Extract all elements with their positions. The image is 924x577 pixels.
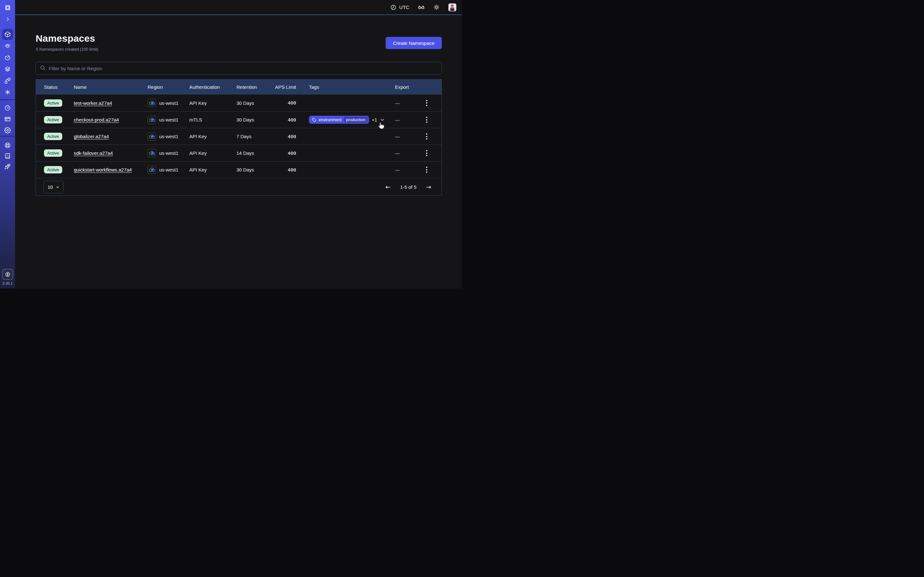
filter-search-box [36,62,442,75]
column-header-retention: Retention [236,84,272,90]
table-body: Active test-worker.a27a4 us-west1 API Ke… [36,95,441,178]
export-cell: — [395,117,415,122]
retention-cell: 30 Days [236,100,272,106]
column-header-tags: Tags [296,84,395,90]
sidebar-item-asterisk-icon[interactable] [2,87,13,97]
table-row: Active test-worker.a27a4 us-west1 API Ke… [36,95,441,111]
clock-icon [390,4,397,11]
tags-cell: environmentproduction+1 [296,116,395,124]
column-header-name: Name [74,84,148,90]
sidebar-item-gear-icon[interactable] [2,125,13,135]
status-badge: Active [44,149,62,157]
google-cloud-icon [148,99,156,107]
timezone-label: UTC [399,5,409,10]
namespace-link[interactable]: sdk-failover.a27a4 [74,150,113,156]
app-window: 2.35.1 UTC Namespaces 5 Namespaces creat… [0,0,462,288]
export-cell: — [395,100,415,106]
sidebar-divider [0,99,15,100]
sidebar-item-lifebuoy-icon[interactable] [2,140,13,151]
page-size-select[interactable]: 10 [44,181,63,193]
page-title: Namespaces [36,33,95,44]
aps-limit-cell: 400 [272,117,296,122]
filter-search-input[interactable] [49,66,438,71]
table-row: Active sdk-failover.a27a4 us-west1 API K… [36,145,441,161]
column-header-status: Status [44,84,74,90]
google-cloud-icon [148,132,156,141]
glasses-icon [418,4,425,11]
row-actions-kebab[interactable] [424,115,429,125]
labs-glasses-button[interactable] [418,4,425,11]
status-badge: Active [44,99,62,107]
sidebar-item-timer-icon[interactable] [2,52,13,63]
table-row: Active quickstart-workflows.a27a4 us-wes… [36,161,441,178]
sidebar-expand-chevron-icon[interactable] [2,14,13,25]
page-size-value: 10 [47,184,53,190]
region-label: us-west1 [159,117,178,122]
seal-dollar-icon[interactable] [2,269,13,280]
table-row: Active globalizer.a27a4 us-west1 API Key… [36,128,441,145]
export-cell: — [395,134,415,139]
region-cell: us-west1 [148,132,189,141]
google-cloud-icon [148,166,156,174]
tag-more-count: +1 [372,117,377,122]
row-actions-kebab[interactable] [424,131,429,141]
sidebar-item-rocket-icon[interactable] [2,161,13,172]
export-cell: — [395,150,415,156]
region-label: us-west1 [159,100,178,106]
authentication-cell: API Key [189,134,236,139]
theme-toggle-button[interactable] [433,4,440,11]
namespace-link[interactable]: test-worker.a27a4 [74,100,112,106]
aps-limit-cell: 400 [272,167,296,172]
create-namespace-button[interactable]: Create Namespace [386,37,442,49]
status-badge: Active [44,133,62,140]
sidebar-item-branch-icon[interactable] [2,75,13,86]
user-avatar[interactable] [448,3,457,11]
namespace-link[interactable]: globalizer.a27a4 [74,134,109,139]
column-header-export: Export [395,84,415,90]
app-version: 2.35.1 [0,282,15,285]
aps-limit-cell: 400 [272,151,296,156]
row-actions-kebab[interactable] [424,98,429,108]
sun-icon [433,4,440,11]
table-footer: 10 ← 1-5 of 5 → [36,178,441,195]
sidebar-item-gauge-icon[interactable] [2,102,13,113]
sidebar-item-layers-icon[interactable] [2,63,13,74]
sidebar-divider [0,136,15,137]
authentication-cell: API Key [189,167,236,172]
region-label: us-west1 [159,150,178,156]
page-subtitle: 5 Namespaces created (100 limit) [36,47,98,52]
search-icon [40,65,46,72]
row-actions-kebab[interactable] [424,165,429,175]
sidebar: 2.35.1 [0,0,15,288]
column-header-aps-limit: APS Limit [272,84,296,90]
topbar: UTC [15,0,462,15]
namespace-link[interactable]: checkout-prod.a27a4 [74,117,119,122]
aps-limit-cell: 400 [272,134,296,139]
aps-limit-cell: 400 [272,100,296,105]
temporal-logo[interactable] [2,2,13,13]
status-badge: Active [44,116,62,123]
chevron-down-icon [380,117,384,122]
status-badge: Active [44,166,62,173]
retention-cell: 14 Days [236,150,272,156]
region-label: us-west1 [159,134,178,139]
tags-expand-chevron[interactable] [380,117,384,122]
sidebar-item-iris-icon[interactable] [2,40,13,51]
previous-page-button[interactable]: ← [385,184,391,190]
sidebar-item-book-sparkles-icon[interactable] [2,150,13,161]
region-cell: us-west1 [148,166,189,174]
google-cloud-icon [148,149,156,157]
tag-value: production [344,117,368,123]
region-cell: us-west1 [148,149,189,157]
region-label: us-west1 [159,167,178,172]
sidebar-item-credit-card-icon[interactable] [2,113,13,124]
timezone-button[interactable]: UTC [390,4,409,11]
column-header-region: Region [148,84,189,90]
tag-key: environment [318,117,342,122]
retention-cell: 30 Days [236,117,272,122]
tag-pill[interactable]: environmentproduction [309,116,369,124]
next-page-button[interactable]: → [426,184,431,190]
sidebar-item-namespaces-cube-icon[interactable] [2,29,13,40]
row-actions-kebab[interactable] [424,148,429,158]
namespace-link[interactable]: quickstart-workflows.a27a4 [74,167,132,172]
